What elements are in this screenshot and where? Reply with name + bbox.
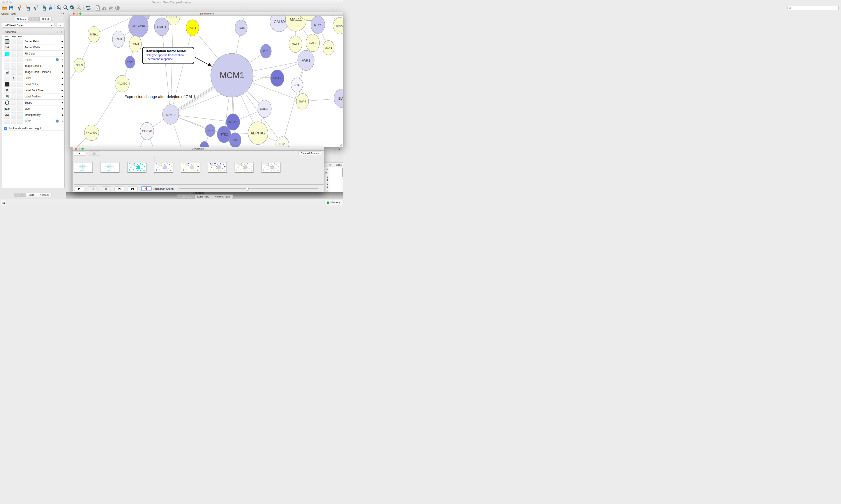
byp-cell[interactable] [17, 75, 23, 81]
network-canvas[interactable]: DCP1DMC1RPS28APCK1MTH1LSM2LSM4SWI5GAL80G… [70, 16, 343, 147]
map-cell[interactable]: ⋮› [11, 75, 16, 81]
property-row-shape[interactable]: Shape◀ [2, 100, 65, 106]
byp-cell[interactable] [17, 51, 23, 56]
style-options-button[interactable]: ▾ [56, 23, 64, 28]
def-cell[interactable] [4, 94, 10, 99]
network-edge[interactable] [92, 84, 122, 133]
frame-thumbnail-2[interactable] [127, 162, 146, 173]
table-cell-value[interactable]: 2 [327, 175, 328, 178]
property-row-label-position[interactable]: Label Position◀ [2, 93, 65, 100]
resize-grip-icon[interactable] [340, 144, 343, 147]
map-cell[interactable] [11, 57, 16, 62]
def-cell[interactable] [4, 39, 10, 44]
tab-select[interactable]: Select [40, 17, 52, 21]
expand-row-icon[interactable]: ◀ [61, 114, 63, 116]
property-row-border-paint[interactable]: Border Paint◀ [2, 38, 65, 44]
property-row-height[interactable]: Heighti◀ [2, 57, 65, 63]
close-panel-icon[interactable]: ✕ [338, 148, 341, 151]
minimize-window-icon[interactable] [76, 13, 78, 15]
def-cell[interactable] [4, 57, 10, 62]
map-cell[interactable] [11, 119, 16, 124]
byp-cell[interactable] [17, 112, 23, 118]
open-session-icon[interactable] [1, 5, 8, 11]
expand-row-icon[interactable]: ◀ [61, 71, 63, 73]
column-header[interactable]: Stres [336, 164, 342, 166]
table-cell-value[interactable]: 2 [327, 182, 328, 185]
def-cell[interactable]: 2.0 [4, 45, 10, 50]
refresh-icon[interactable] [85, 5, 92, 11]
style-selector[interactable]: galFiltered Style ▾ [2, 23, 54, 28]
byp-cell[interactable] [17, 82, 23, 87]
network-window-titlebar[interactable]: galFiltered.sif [70, 12, 343, 16]
slider-thumb[interactable] [246, 187, 249, 191]
import-network-icon[interactable] [17, 5, 24, 11]
zoom-in-icon[interactable] [56, 5, 62, 11]
stop-button[interactable] [101, 186, 111, 191]
frame-thumbnail-1[interactable] [101, 162, 119, 173]
frame-thumbnail-4[interactable] [181, 162, 200, 173]
expand-row-icon[interactable]: ◀ [61, 108, 63, 110]
def-cell[interactable]: 12 [4, 88, 10, 93]
map-cell[interactable] [11, 106, 16, 111]
byp-cell[interactable] [17, 57, 23, 62]
byp-cell[interactable] [17, 88, 23, 93]
close-window-icon[interactable] [75, 147, 77, 150]
minimize-window-icon[interactable] [78, 147, 80, 150]
zoom-fit-icon[interactable] [69, 5, 75, 11]
map-cell[interactable] [11, 82, 16, 87]
float-panel-icon[interactable]: □ [336, 148, 338, 151]
close-window-icon[interactable] [73, 13, 75, 15]
def-cell[interactable] [4, 100, 10, 105]
table-cell-value[interactable]: 2 [327, 190, 328, 192]
play-button[interactable] [74, 186, 84, 191]
frame-thumbnail-0[interactable] [74, 162, 93, 173]
network-edge[interactable] [171, 17, 173, 114]
record-button[interactable] [141, 186, 151, 191]
annotation-link[interactable]: Cell-type-specific transcription [146, 53, 194, 57]
byp-cell[interactable] [17, 69, 23, 75]
map-cell[interactable] [11, 69, 16, 75]
pause-button[interactable] [88, 186, 97, 191]
show-eye-icon[interactable] [114, 5, 121, 11]
go-to-start-button[interactable] [114, 186, 124, 191]
property-row-label-font-size[interactable]: 12Label Font Size◀ [2, 87, 65, 93]
memory-button[interactable]: Memory [325, 200, 342, 205]
map-cell[interactable] [11, 45, 16, 50]
animation-speed-slider[interactable] [179, 188, 319, 189]
timeline-playhead[interactable] [154, 156, 155, 175]
property-row-image-chart-position-1[interactable]: Image/Chart Position 1◀ [2, 69, 65, 75]
cyanimator-titlebar[interactable]: CyAnimator [72, 147, 324, 151]
map-cell[interactable] [11, 100, 16, 105]
map-cell[interactable] [11, 94, 16, 99]
column-header[interactable]: ity [329, 164, 332, 166]
add-frame-button[interactable]: + [74, 151, 85, 156]
def-cell[interactable] [4, 119, 10, 124]
expand-row-icon[interactable]: ◀ [61, 40, 63, 42]
clear-all-frames-button[interactable]: Clear All Frames [299, 151, 321, 155]
property-row-label[interactable]: ⋮›Label◀ [2, 75, 65, 81]
import-table-icon[interactable] [24, 5, 31, 11]
table-cell-value[interactable]: 26 [325, 168, 328, 171]
close-window-icon[interactable] [2, 1, 5, 3]
byp-cell[interactable] [17, 39, 23, 44]
network-edge[interactable] [162, 27, 171, 114]
expand-all-icon[interactable]: ≫ [56, 31, 59, 33]
property-row-border-width[interactable]: 2.0Border Width◀ [2, 44, 65, 51]
property-row-size[interactable]: 50.0Size◀ [2, 106, 65, 112]
maximize-window-icon[interactable] [79, 13, 82, 15]
zoom-out-icon[interactable] [62, 5, 69, 11]
maximize-window-icon[interactable] [82, 147, 84, 150]
frame-thumbnail-5[interactable] [208, 162, 227, 173]
tab-edge-table[interactable]: Edge Table [195, 194, 212, 199]
delete-frame-button[interactable] [89, 151, 100, 156]
network-annotation[interactable]: Transcription factor MCM1 Cell-type-spec… [142, 47, 194, 64]
expand-row-icon[interactable]: ◀ [61, 89, 63, 91]
byp-cell[interactable] [17, 94, 23, 99]
ellipse-shape-icon[interactable] [5, 101, 9, 105]
table-cell-value[interactable]: 2 [327, 186, 328, 189]
expand-row-icon[interactable]: ◀ [61, 101, 63, 104]
close-panel-icon[interactable]: ✕ [62, 12, 65, 15]
info-icon[interactable]: i [56, 120, 59, 123]
network-document-icon[interactable] [94, 5, 101, 11]
tab-edge[interactable]: Edge [26, 193, 37, 197]
